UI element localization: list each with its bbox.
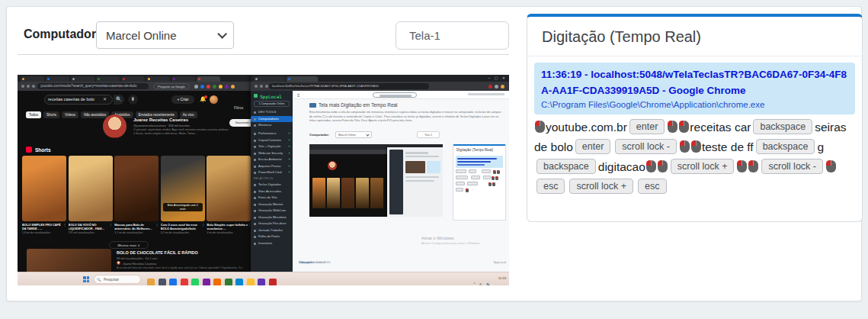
typed-text: digitacao — [598, 160, 645, 173]
short-views: 3,2 mi de visualizações — [161, 231, 202, 234]
tab-favicon — [47, 78, 50, 80]
mouse-click-icon — [646, 160, 656, 172]
tab-favicon — [148, 78, 150, 80]
session-window-title: 11:36:19 - localhost:5048/wTelaTeclasTR?… — [541, 67, 848, 99]
clear-search-icon: ✕ — [103, 97, 107, 102]
computer-select: Marcel Online — [335, 131, 372, 138]
typed-text: receitas car — [690, 121, 751, 134]
short-views: 1,8 mi de visualizações — [22, 231, 63, 234]
key-badge: backspace — [536, 159, 596, 174]
short-card: BOLO SIMPLES PRO CAFÉ DA TARDE - ...1,8 … — [22, 156, 66, 240]
video-meta: 89 mil visualizações · há 1 ano — [117, 256, 157, 260]
nested-typing-title: Digitação (Tempo Real) — [456, 148, 493, 152]
computer-label: Computador: — [309, 133, 329, 137]
taskbar-app-icon — [258, 279, 265, 285]
screen-tab[interactable]: Tela-1 — [396, 21, 509, 50]
yt-chip: Não assistidos — [81, 111, 109, 118]
tab-favicon — [98, 78, 100, 80]
sidebar-item: DEV TOOLS — [251, 109, 293, 116]
keystroke-stream: youtube.com.brenterreceitas carbackspace… — [534, 118, 855, 197]
star-icon — [495, 85, 498, 89]
typing-panel-header: Digitação (Tempo Real) — [527, 17, 862, 56]
extension-icon — [219, 85, 223, 89]
browser-urlbar: localhost:5048/wTelaTeclasTR?BAC6DA67-0F… — [251, 82, 509, 91]
lock-icon — [254, 94, 258, 98]
back-icon — [255, 85, 258, 88]
nested-mouse-icon — [492, 182, 495, 186]
short-title: BOLO SIMPLES PRO CAFÉ DA TARDE - ... — [22, 223, 63, 230]
nested-mouse-icon — [492, 176, 495, 180]
sidebar-item: Arquivos Pastas+ — [251, 163, 293, 170]
channel-avatar — [103, 114, 127, 138]
extension-icon — [488, 85, 492, 89]
taskbar-app-icon — [269, 279, 277, 285]
taskbar-app-icon — [235, 279, 243, 285]
taskbar-app-icon — [147, 279, 155, 285]
url-text: youtube.com/results?search_query=receita… — [37, 83, 149, 89]
computer-label: Computador: — [24, 27, 100, 41]
channel-name: Juarez Receitas Caseiras — [133, 118, 188, 122]
windows-taskbar: Pesquisar ^ ≋ 🔊 11:59 — [18, 272, 509, 285]
computer-select[interactable]: Marcel Online — [96, 21, 234, 49]
key-badge: scroll lock + — [569, 179, 633, 194]
yt-chip: Todos — [26, 111, 41, 118]
short-views: 4 mi de visualizações — [207, 231, 248, 234]
taskbar-app-icon — [181, 279, 188, 285]
sidebar-item: Gravação WebCam — [251, 208, 293, 214]
account-text — [468, 93, 504, 95]
short-thumbnail — [114, 156, 159, 221]
extension-icon — [213, 85, 216, 89]
nested-key-chip — [482, 169, 491, 173]
notification-badge — [204, 95, 207, 98]
mic-icon: 🎙 — [128, 95, 138, 105]
nested-thumb — [356, 178, 369, 208]
taskbar-app-icon — [213, 279, 221, 285]
short-title: Com 2 ovos você faz esse BOLO Amanteigad… — [161, 223, 202, 230]
taskbar-search: Pesquisar — [94, 275, 141, 284]
nested-key-chip — [456, 169, 466, 173]
tray-clock: 11:59 — [498, 276, 506, 280]
refresh-icon — [32, 85, 35, 88]
sidebar-item: Computadores — [251, 116, 293, 123]
sidebar-item: Jornada Trabalho — [251, 227, 293, 234]
typing-panel-title: Digitação (Tempo Real) — [542, 28, 847, 46]
browser-tab — [96, 76, 120, 82]
nested-key-chip — [469, 169, 476, 173]
browser-tab — [146, 76, 170, 82]
nested-mouse-icon — [466, 188, 469, 192]
sidebar-menu-reports: Teclas DigitadasSites AcessadosFotos da … — [251, 182, 293, 246]
key-badge: esc — [536, 179, 565, 194]
avatar — [210, 95, 218, 104]
key-badge: enter — [629, 119, 665, 134]
session-entry: 11:36:19 - localhost:5048/wTelaTeclasTR?… — [534, 63, 855, 114]
spy-logo: SpyLocal — [260, 94, 282, 99]
tab-favicon — [198, 78, 200, 80]
mouse-click-icon — [737, 160, 747, 172]
key-badge: enter — [575, 139, 611, 154]
browser-tab — [46, 76, 69, 82]
typing-panel-body: 11:36:19 - localhost:5048/wTelaTeclasTR?… — [527, 56, 862, 203]
key-badge: backspace — [753, 119, 812, 134]
forward-icon — [260, 85, 263, 88]
spy-page-description: Esta ferramenta exibe a tela do computad… — [309, 111, 501, 124]
extension-icon — [207, 85, 210, 89]
sidebar-item: Tela + Digitação+ — [251, 143, 293, 150]
sidebar-item: Monitorar — [251, 122, 293, 129]
remote-screen-view[interactable]: youtube.com/results?search_query=receita… — [18, 75, 509, 285]
typed-text: g — [817, 140, 824, 153]
short-thumbnail — [207, 156, 251, 221]
sidebar-item: Gravação Pen-drive — [251, 221, 293, 227]
browser-tab — [197, 76, 220, 82]
session-process-path: C:\Program Files\Google\Chrome\Applicati… — [541, 100, 848, 109]
video-channel-name: Juarez Receitas Caseiras — [123, 262, 156, 266]
nested-key-chip — [456, 176, 468, 179]
short-views: 791 mil visualizações — [69, 231, 110, 234]
sidebar-item: Webcam Security+ — [251, 150, 293, 157]
nested-key-chips — [456, 169, 504, 200]
browser-tab — [121, 76, 145, 82]
sidebar-item: PowerShell Cmd+ — [251, 169, 293, 176]
nested-key-chip — [456, 182, 465, 185]
mouse-click-icon — [748, 160, 758, 172]
mouse-click-icon — [826, 160, 836, 172]
short-card: BOLO DA VOVÓ NO LIQUIDIFICADOR - FASI...… — [69, 156, 113, 240]
